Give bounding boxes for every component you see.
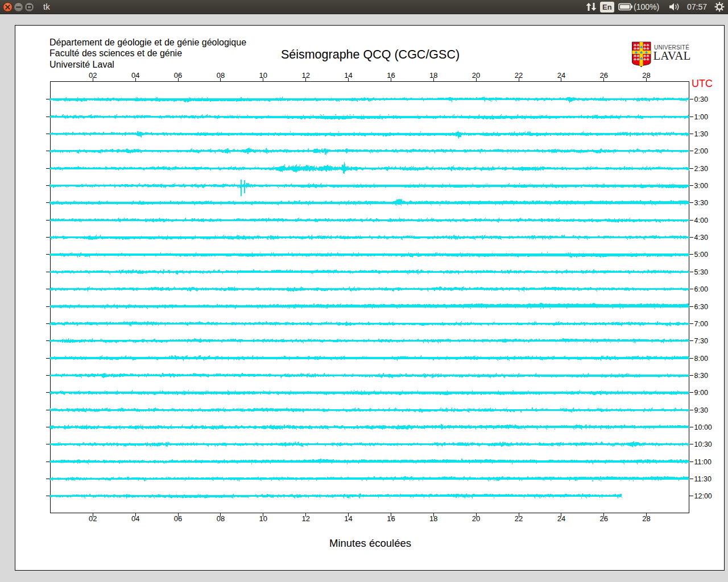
svg-text:6:00: 6:00: [694, 285, 708, 293]
svg-text:10: 10: [259, 71, 267, 80]
svg-text:20: 20: [472, 514, 480, 523]
svg-text:4:30: 4:30: [694, 234, 708, 242]
svg-text:3:00: 3:00: [694, 182, 708, 190]
svg-text:04: 04: [131, 514, 139, 523]
svg-text:9:30: 9:30: [694, 406, 708, 414]
svg-text:16: 16: [387, 71, 395, 80]
svg-text:18: 18: [429, 514, 437, 523]
svg-text:22: 22: [515, 514, 523, 523]
svg-text:7:00: 7:00: [694, 320, 708, 328]
svg-text:UTC: UTC: [692, 78, 713, 89]
svg-text:20: 20: [472, 71, 480, 80]
svg-text:6:30: 6:30: [694, 303, 708, 311]
svg-text:8:30: 8:30: [694, 372, 708, 380]
svg-text:12:00: 12:00: [694, 492, 712, 500]
svg-text:16: 16: [387, 514, 395, 523]
svg-text:8:00: 8:00: [694, 355, 708, 363]
svg-text:24: 24: [557, 71, 565, 80]
svg-text:Minutes écoulées: Minutes écoulées: [329, 537, 411, 549]
svg-text:14: 14: [344, 71, 352, 80]
svg-text:10: 10: [259, 514, 267, 523]
svg-text:7:30: 7:30: [694, 337, 708, 345]
svg-text:28: 28: [642, 71, 650, 80]
svg-text:11:00: 11:00: [694, 458, 712, 466]
svg-text:18: 18: [429, 71, 437, 80]
svg-text:3:30: 3:30: [694, 199, 708, 207]
svg-text:10:30: 10:30: [694, 440, 712, 448]
svg-text:2:00: 2:00: [694, 147, 708, 155]
svg-text:9:00: 9:00: [694, 389, 708, 397]
svg-text:28: 28: [642, 514, 650, 523]
svg-text:14: 14: [344, 514, 352, 523]
svg-text:26: 26: [599, 514, 607, 523]
svg-text:11:30: 11:30: [694, 475, 712, 483]
svg-text:04: 04: [131, 71, 139, 80]
svg-text:24: 24: [557, 514, 565, 523]
svg-text:08: 08: [217, 514, 225, 523]
svg-text:1:30: 1:30: [694, 130, 708, 138]
svg-text:2:30: 2:30: [694, 165, 708, 173]
svg-text:10:00: 10:00: [694, 423, 712, 431]
svg-text:1:00: 1:00: [694, 113, 708, 121]
svg-text:4:00: 4:00: [694, 217, 708, 225]
svg-text:22: 22: [515, 71, 523, 80]
svg-text:02: 02: [89, 71, 97, 80]
svg-text:5:30: 5:30: [694, 268, 708, 276]
svg-text:06: 06: [174, 71, 182, 80]
svg-text:06: 06: [174, 514, 182, 523]
svg-text:12: 12: [301, 71, 309, 80]
svg-text:26: 26: [599, 71, 607, 80]
svg-text:02: 02: [89, 514, 97, 523]
svg-text:08: 08: [217, 71, 225, 80]
svg-text:5:00: 5:00: [694, 251, 708, 259]
svg-text:0:30: 0:30: [694, 95, 708, 103]
svg-text:12: 12: [301, 514, 309, 523]
